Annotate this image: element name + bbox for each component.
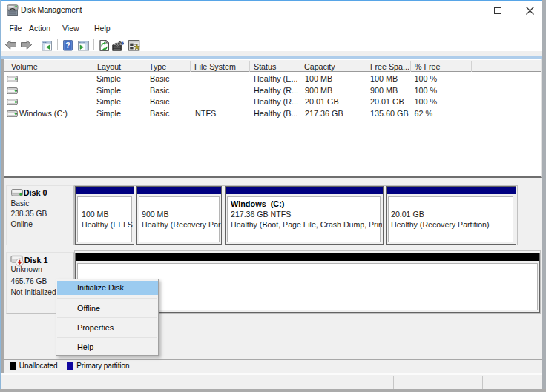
svg-text:?: ? [65,41,70,50]
